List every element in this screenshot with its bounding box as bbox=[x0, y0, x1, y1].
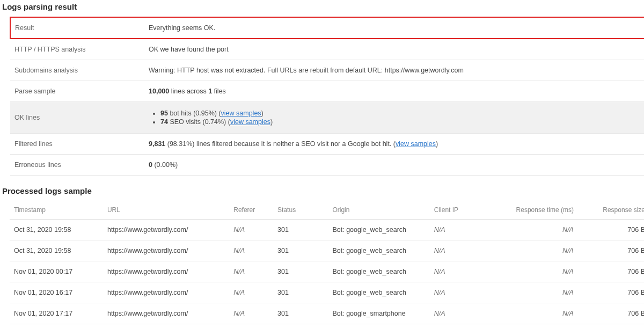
ok-close: ) bbox=[270, 118, 273, 126]
parse-label: Subdomains analysis bbox=[10, 60, 144, 81]
col-origin: Origin bbox=[328, 201, 429, 220]
ok-count: 74 bbox=[160, 118, 168, 126]
parse-row-filtered: Filtered lines 9,831 (98.31%) lines filt… bbox=[10, 134, 644, 155]
table-cell: N/A bbox=[485, 261, 578, 282]
ok-text: bot hits (0.95%) ( bbox=[168, 110, 221, 117]
table-row: Oct 31, 2020 19:58https://www.getwordly.… bbox=[10, 241, 644, 261]
parse-label: OK lines bbox=[10, 102, 144, 134]
parse-label: Result bbox=[10, 17, 144, 39]
ok-lines-list: 95 bot hits (0.95%) (view samples) 74 SE… bbox=[149, 110, 644, 126]
col-timestamp: Timestamp bbox=[10, 201, 103, 220]
filtered-close: ) bbox=[436, 140, 438, 148]
parse-row-result: Result Everything seems OK. bbox=[10, 17, 644, 39]
table-cell: N/A bbox=[229, 241, 273, 261]
table-cell: N/A bbox=[430, 241, 485, 261]
table-cell: N/A bbox=[485, 241, 578, 261]
table-cell: N/A bbox=[229, 303, 273, 324]
parse-result-table: Result Everything seems OK. HTTP / HTTPS… bbox=[10, 17, 644, 176]
parse-row-erroneous: Erroneous lines 0 (0.00%) bbox=[10, 155, 644, 176]
parse-label: Filtered lines bbox=[10, 134, 144, 155]
table-cell: N/A bbox=[430, 303, 485, 324]
table-cell: Bot: google_web_search bbox=[328, 282, 429, 303]
table-cell: https://www.getwordly.com/ bbox=[103, 303, 229, 324]
parse-value: OK we have found the port bbox=[144, 39, 644, 60]
table-cell: https://www.getwordly.com/ bbox=[103, 261, 229, 282]
parse-label: HTTP / HTTPS analysis bbox=[10, 39, 144, 60]
parse-value: 10,000 lines across 1 files bbox=[144, 81, 644, 102]
section-title-parsing: Logs parsing result bbox=[2, 2, 642, 11]
table-cell: N/A bbox=[485, 303, 578, 324]
table-cell: N/A bbox=[229, 282, 273, 303]
table-cell: 301 bbox=[273, 241, 328, 261]
parse-label: Parse sample bbox=[10, 81, 144, 102]
table-cell: 706 B bbox=[578, 303, 644, 324]
table-cell: Bot: google_web_search bbox=[328, 241, 429, 261]
table-cell: N/A bbox=[485, 220, 578, 241]
parse-label: Erroneous lines bbox=[10, 155, 144, 176]
col-response-time: Response time (ms) bbox=[485, 201, 578, 220]
parse-sample-count: 10,000 bbox=[149, 88, 169, 95]
parse-sample-tail: files bbox=[212, 88, 226, 95]
parse-value: Warning: HTTP host was not extracted. Fu… bbox=[144, 60, 644, 81]
parse-row-ok-lines: OK lines 95 bot hits (0.95%) (view sampl… bbox=[10, 102, 644, 134]
table-cell: N/A bbox=[430, 220, 485, 241]
table-cell: Oct 31, 2020 19:58 bbox=[10, 220, 103, 241]
parse-value: Everything seems OK. bbox=[144, 17, 644, 39]
filtered-count: 9,831 bbox=[149, 140, 165, 148]
table-cell: N/A bbox=[229, 261, 273, 282]
table-row: Nov 01, 2020 00:17https://www.getwordly.… bbox=[10, 261, 644, 282]
section-title-processed: Processed logs sample bbox=[2, 186, 642, 195]
table-cell: Bot: google_smartphone bbox=[328, 303, 429, 324]
parse-row-subdomains: Subdomains analysis Warning: HTTP host w… bbox=[10, 60, 644, 81]
table-cell: N/A bbox=[229, 220, 273, 241]
table-cell: N/A bbox=[430, 261, 485, 282]
ok-lines-item: 95 bot hits (0.95%) (view samples) bbox=[160, 110, 644, 117]
logs-header-row: Timestamp URL Referer Status Origin Clie… bbox=[10, 201, 644, 220]
col-client-ip: Client IP bbox=[430, 201, 485, 220]
erroneous-count: 0 bbox=[149, 161, 152, 169]
table-row: Oct 31, 2020 19:58https://www.getwordly.… bbox=[10, 220, 644, 241]
table-row: Nov 01, 2020 17:17https://www.getwordly.… bbox=[10, 303, 644, 324]
view-samples-link[interactable]: view samples bbox=[221, 110, 261, 117]
table-cell: https://www.getwordly.com/ bbox=[103, 282, 229, 303]
table-cell: 706 B bbox=[578, 241, 644, 261]
table-cell: Oct 31, 2020 19:58 bbox=[10, 241, 103, 261]
parse-value: 9,831 (98.31%) lines filtered because it… bbox=[144, 134, 644, 155]
table-cell: 706 B bbox=[578, 220, 644, 241]
ok-text: SEO visits (0.74%) ( bbox=[168, 118, 230, 126]
table-cell: Nov 01, 2020 17:17 bbox=[10, 303, 103, 324]
col-response-size: Response size bbox=[578, 201, 644, 220]
table-cell: 706 B bbox=[578, 261, 644, 282]
parse-sample-text: lines across bbox=[169, 88, 208, 95]
table-cell: 706 B bbox=[578, 282, 644, 303]
table-cell: Bot: google_web_search bbox=[328, 220, 429, 241]
table-cell: Bot: google_web_search bbox=[328, 261, 429, 282]
view-samples-link[interactable]: view samples bbox=[396, 140, 436, 148]
erroneous-text: (0.00%) bbox=[152, 161, 178, 169]
table-row: Nov 01, 2020 16:17https://www.getwordly.… bbox=[10, 282, 644, 303]
filtered-text: (98.31%) lines filtered because it is ne… bbox=[165, 140, 396, 148]
ok-close: ) bbox=[261, 110, 264, 117]
parse-value: 95 bot hits (0.95%) (view samples) 74 SE… bbox=[144, 102, 644, 134]
col-status: Status bbox=[273, 201, 328, 220]
table-cell: 301 bbox=[273, 220, 328, 241]
table-cell: 301 bbox=[273, 282, 328, 303]
view-samples-link[interactable]: view samples bbox=[230, 118, 270, 126]
processed-logs-table: Timestamp URL Referer Status Origin Clie… bbox=[10, 201, 644, 324]
parse-value: 0 (0.00%) bbox=[144, 155, 644, 176]
col-url: URL bbox=[103, 201, 229, 220]
parse-row-sample: Parse sample 10,000 lines across 1 files bbox=[10, 81, 644, 102]
table-cell: 301 bbox=[273, 261, 328, 282]
table-cell: N/A bbox=[430, 282, 485, 303]
table-cell: 301 bbox=[273, 303, 328, 324]
table-cell: Nov 01, 2020 16:17 bbox=[10, 282, 103, 303]
ok-count: 95 bbox=[160, 110, 168, 117]
ok-lines-item: 74 SEO visits (0.74%) (view samples) bbox=[160, 118, 644, 126]
table-cell: N/A bbox=[485, 282, 578, 303]
table-cell: https://www.getwordly.com/ bbox=[103, 220, 229, 241]
col-referer: Referer bbox=[229, 201, 273, 220]
table-cell: https://www.getwordly.com/ bbox=[103, 241, 229, 261]
parse-row-http: HTTP / HTTPS analysis OK we have found t… bbox=[10, 39, 644, 60]
table-cell: Nov 01, 2020 00:17 bbox=[10, 261, 103, 282]
